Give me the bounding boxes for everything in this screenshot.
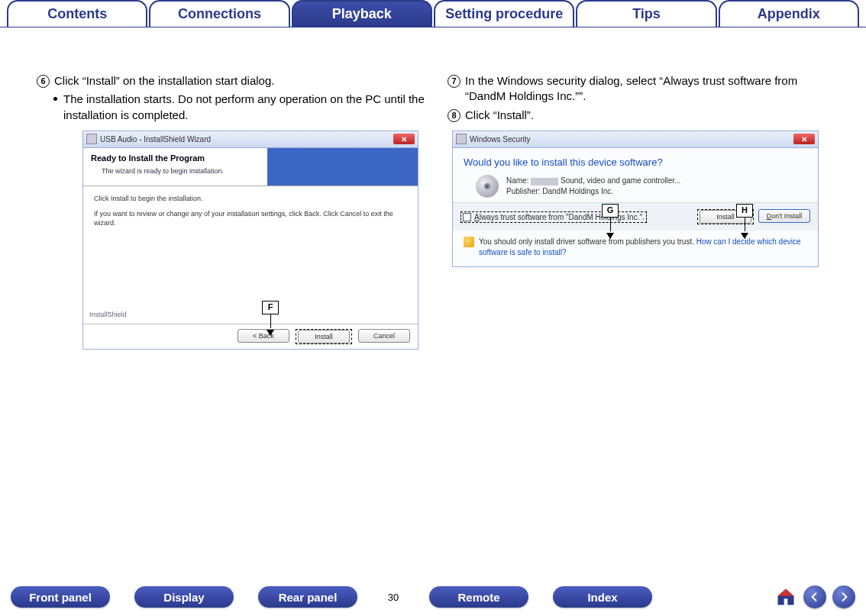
nav-front-panel[interactable]: Front panel	[11, 586, 110, 608]
nav-index[interactable]: Index	[553, 586, 652, 608]
tab-tips[interactable]: Tips	[576, 0, 716, 27]
callout-8-label: H	[736, 204, 753, 218]
nav-remote[interactable]: Remote	[429, 586, 528, 608]
shield-icon	[464, 237, 474, 247]
publisher-value: DandM Holdings Inc.	[542, 187, 613, 195]
close-icon[interactable]: ✕	[793, 134, 815, 144]
security-publisher-line: Publisher: DandM Holdings Inc.	[506, 186, 680, 197]
trust-checkbox-highlight: AAlways trust software from “DandM Holdi…	[460, 211, 647, 224]
security-note-text: You should only install driver software …	[479, 237, 807, 257]
tab-contents[interactable]: Contents	[7, 0, 147, 27]
step-7: 7 In the Windows security dialog, select…	[448, 73, 835, 105]
callout-7: G	[602, 204, 619, 239]
top-tabs: Contents Connections Playback Setting pr…	[0, 0, 866, 27]
tab-setting-procedure[interactable]: Setting procedure	[434, 0, 574, 27]
tab-playback[interactable]: Playback	[292, 0, 432, 27]
step-8-text: Click “Install”.	[465, 108, 835, 123]
speaker-icon	[476, 175, 499, 198]
prev-page-button[interactable]	[803, 585, 826, 608]
checkbox-icon[interactable]	[463, 213, 471, 221]
callout-stem	[610, 218, 611, 231]
publisher-label: Publisher:	[506, 187, 540, 195]
callout-7-label: G	[602, 204, 619, 218]
dialog-button-row: < Back Install Cancel	[83, 324, 418, 349]
callout-arrow-icon	[267, 330, 274, 336]
step-7-marker: 7	[448, 75, 460, 88]
callout-arrow-icon	[741, 233, 748, 239]
step-6-bullet-text: The installation starts. Do not perform …	[63, 92, 425, 123]
callout-stem	[745, 218, 745, 231]
bottom-nav: Front panel Display Rear panel 30 Remote…	[0, 585, 866, 608]
nav-rear-panel[interactable]: Rear panel	[258, 586, 357, 608]
bullet-icon	[53, 97, 57, 101]
step-6-text: Click “Install” on the installation star…	[54, 73, 425, 89]
step-6: 6 Click “Install” on the installation st…	[37, 73, 425, 89]
install-button-highlight: Install	[296, 329, 352, 344]
right-column: 7 In the Windows security dialog, select…	[448, 73, 835, 350]
dialog-titlebar: USB Audio - InstallShield Wizard ✕	[83, 131, 418, 148]
close-icon[interactable]: ✕	[393, 134, 415, 144]
dialog-banner: Ready to Install the Program The wizard …	[83, 148, 418, 186]
svg-point-1	[486, 185, 489, 188]
next-page-button[interactable]	[832, 585, 855, 608]
security-name-line: Name: Sound, video and game controller..…	[506, 176, 680, 186]
nav-display[interactable]: Display	[134, 586, 234, 608]
dialog-title: Windows Security	[470, 134, 530, 145]
dialog-1-wrap: F USB Audio - InstallShield Wizard ✕ Rea…	[37, 131, 425, 350]
callout-8: H	[736, 204, 753, 239]
dont-install-button[interactable]: Don't Install	[758, 209, 810, 223]
callout-arrow-icon	[606, 233, 614, 239]
trust-label: AAlways trust software from “DandM Holdi…	[474, 212, 645, 223]
content-area: 6 Click “Install” on the installation st…	[0, 27, 866, 350]
nav-icons	[774, 585, 855, 608]
dialog-body: Click Install to begin the installation.…	[83, 186, 418, 324]
dialog-body-line1: Click Install to begin the installation.	[94, 194, 407, 203]
dialog-banner-title: Ready to Install the Program	[91, 153, 410, 164]
dialog-sys-icon	[86, 134, 97, 144]
step-7-text: In the Windows security dialog, select “…	[465, 73, 835, 105]
redacted-text	[531, 178, 558, 185]
dialog-titlebar: Windows Security ✕	[453, 131, 818, 148]
cancel-button[interactable]: Cancel	[358, 329, 410, 343]
dialog-body-line2: If you want to review or change any of y…	[94, 209, 407, 227]
name-value: Sound, video and game controller...	[561, 176, 680, 185]
page-number: 30	[382, 592, 405, 603]
security-info: Name: Sound, video and game controller..…	[453, 175, 818, 202]
step-6-bullet: The installation starts. Do not perform …	[53, 92, 425, 123]
left-column: 6 Click “Install” on the installation st…	[37, 73, 425, 350]
step-8: 8 Click “Install”.	[448, 108, 835, 123]
dialog-2-wrap: G H Windows Security ✕ Would you like to…	[448, 131, 835, 268]
security-button-row: AAlways trust software from “DandM Holdi…	[453, 202, 818, 231]
note-text: You should only install driver software …	[479, 237, 694, 246]
name-label: Name:	[506, 176, 528, 185]
security-question: Would you like to install this device so…	[453, 148, 818, 176]
windows-security-dialog: Windows Security ✕ Would you like to ins…	[452, 131, 819, 268]
dialog-brand: InstallShield	[89, 310, 127, 319]
security-buttons: Install Don't Install	[697, 209, 810, 224]
home-icon[interactable]	[774, 585, 797, 608]
dialog-banner-sub: The wizard is ready to begin installatio…	[102, 166, 410, 176]
step-8-marker: 8	[448, 109, 460, 122]
security-lines: Name: Sound, video and game controller..…	[506, 176, 680, 197]
step-6-marker: 6	[37, 75, 50, 88]
tab-appendix[interactable]: Appendix	[719, 0, 859, 27]
security-note: You should only install driver software …	[453, 231, 818, 266]
installshield-dialog: USB Audio - InstallShield Wizard ✕ Ready…	[82, 131, 418, 350]
install-button[interactable]: Install	[298, 330, 350, 343]
dialog-sys-icon	[456, 134, 467, 144]
tab-connections[interactable]: Connections	[149, 0, 289, 27]
dialog-title: USB Audio - InstallShield Wizard	[100, 134, 211, 145]
